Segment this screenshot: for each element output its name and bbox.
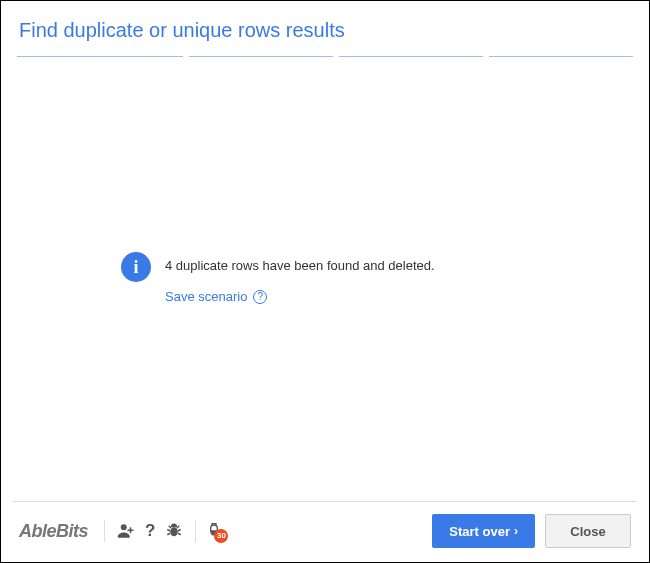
- save-scenario-link[interactable]: Save scenario ?: [165, 289, 435, 304]
- footer-bar: AbleBits ? 30 Start over › Close: [13, 501, 637, 554]
- svg-line-3: [178, 530, 181, 532]
- help-footer-icon[interactable]: ?: [145, 521, 155, 541]
- main-content: i 4 duplicate rows have been found and d…: [13, 57, 637, 501]
- brand-logo: AbleBits: [19, 521, 94, 542]
- footer-icon-group: ?: [115, 521, 185, 541]
- bug-icon[interactable]: [165, 522, 183, 540]
- svg-point-0: [121, 524, 127, 530]
- result-text-group: 4 duplicate rows have been found and del…: [165, 254, 435, 304]
- save-scenario-label: Save scenario: [165, 289, 247, 304]
- start-over-label: Start over: [449, 524, 510, 539]
- svg-line-6: [169, 526, 171, 528]
- svg-point-1: [171, 527, 179, 536]
- svg-line-7: [177, 526, 179, 528]
- help-icon[interactable]: ?: [253, 290, 267, 304]
- notifications-icon[interactable]: 30: [206, 522, 222, 540]
- page-title: Find duplicate or unique rows results: [13, 9, 637, 56]
- result-block: i 4 duplicate rows have been found and d…: [121, 254, 435, 304]
- info-icon: i: [121, 252, 151, 282]
- info-letter: i: [133, 258, 138, 276]
- divider: [195, 520, 196, 542]
- user-add-icon[interactable]: [117, 522, 135, 540]
- svg-line-4: [168, 533, 171, 535]
- svg-line-5: [178, 533, 181, 535]
- svg-line-2: [168, 530, 171, 532]
- result-message: 4 duplicate rows have been found and del…: [165, 254, 435, 273]
- close-label: Close: [570, 524, 605, 539]
- start-over-button[interactable]: Start over ›: [432, 514, 535, 548]
- close-button[interactable]: Close: [545, 514, 631, 548]
- chevron-right-icon: ›: [514, 524, 518, 538]
- notifications-badge: 30: [214, 529, 228, 543]
- divider: [104, 520, 105, 542]
